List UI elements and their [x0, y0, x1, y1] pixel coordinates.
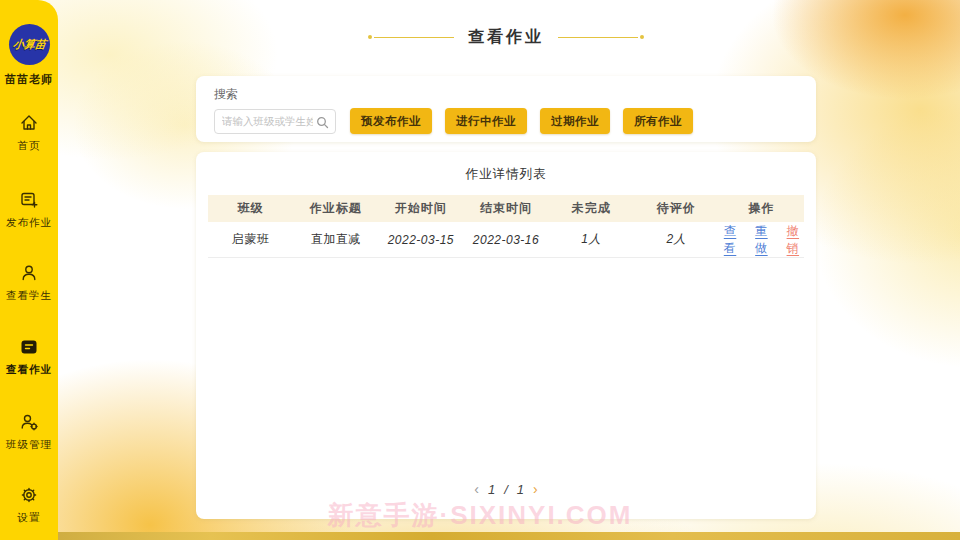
publish-homework-icon [0, 190, 58, 212]
column-header-end-time: 结束时间 [463, 200, 548, 217]
table-row: 启蒙班 直加直减 2022-03-15 2022-03-16 1人 2人 查看 … [208, 222, 804, 258]
pagination-current-page: 1 [488, 482, 495, 497]
bottom-decoration-strip [0, 532, 960, 540]
search-label: 搜索 [214, 86, 798, 103]
sidebar-item-publish-homework[interactable]: 发布作业 [0, 190, 58, 230]
page-header: 查看作业 [196, 22, 816, 52]
cell-start-time: 2022-03-15 [378, 233, 463, 247]
sidebar-item-label: 发布作业 [0, 216, 58, 230]
pagination: ‹ 1 / 1 › [196, 481, 816, 497]
sidebar-item-class-management[interactable]: 班级管理 [0, 412, 58, 452]
filter-inprogress-button[interactable]: 进行中作业 [445, 108, 527, 134]
pagination-prev-icon[interactable]: ‹ [474, 481, 479, 497]
sidebar: 小算苗 苗苗老师 首页 发布作业 查看学生 [0, 0, 58, 540]
revoke-action-link[interactable]: 撤销 [782, 223, 804, 257]
pagination-next-icon[interactable]: › [533, 481, 538, 497]
view-homework-icon [0, 337, 58, 359]
column-header-start-time: 开始时间 [378, 200, 463, 217]
pagination-total-pages: 1 [517, 482, 524, 497]
filter-prepublished-button[interactable]: 预发布作业 [350, 108, 432, 134]
homework-table-card: 作业详情列表 班级 作业标题 开始时间 结束时间 未完成 待评价 操作 启蒙班 … [196, 152, 816, 519]
cell-actions: 查看 重做 撤销 [719, 223, 804, 257]
sidebar-item-label: 设置 [0, 511, 58, 525]
table-title: 作业详情列表 [208, 166, 804, 183]
app-logo-text: 小算苗 [12, 37, 47, 52]
cell-incomplete: 1人 [549, 231, 634, 248]
column-header-title: 作业标题 [293, 200, 378, 217]
filter-expired-button[interactable]: 过期作业 [540, 108, 610, 134]
user-name: 苗苗老师 [0, 72, 58, 87]
search-box [214, 109, 336, 134]
sidebar-item-label: 班级管理 [0, 438, 58, 452]
cell-pending-review: 2人 [634, 231, 719, 248]
cell-end-time: 2022-03-16 [463, 233, 548, 247]
cell-homework-title: 直加直减 [293, 231, 378, 248]
column-header-pending-review: 待评价 [634, 200, 719, 217]
sidebar-item-home[interactable]: 首页 [0, 113, 58, 153]
search-input[interactable] [222, 115, 313, 127]
sidebar-item-label: 查看学生 [0, 289, 58, 303]
app-logo: 小算苗 [9, 24, 50, 65]
filter-all-button[interactable]: 所有作业 [623, 108, 693, 134]
cell-class-name: 启蒙班 [208, 231, 293, 248]
view-students-icon [0, 263, 58, 285]
column-header-actions: 操作 [719, 200, 804, 217]
title-decoration-right [558, 37, 638, 38]
class-management-icon [0, 412, 58, 434]
sidebar-item-label: 查看作业 [0, 363, 58, 377]
home-icon [0, 113, 58, 135]
sidebar-item-view-homework[interactable]: 查看作业 [0, 337, 58, 377]
column-header-class: 班级 [208, 200, 293, 217]
table-header-row: 班级 作业标题 开始时间 结束时间 未完成 待评价 操作 [208, 195, 804, 222]
search-card: 搜索 预发布作业 进行中作业 过期作业 所有作业 [196, 76, 816, 142]
view-action-link[interactable]: 查看 [719, 223, 741, 257]
pagination-separator: / [504, 482, 508, 497]
redo-action-link[interactable]: 重做 [750, 223, 772, 257]
search-icon[interactable] [316, 115, 329, 133]
settings-icon [0, 485, 58, 507]
sidebar-item-label: 首页 [0, 139, 58, 153]
sidebar-item-settings[interactable]: 设置 [0, 485, 58, 525]
sidebar-item-view-students[interactable]: 查看学生 [0, 263, 58, 303]
title-decoration-left [374, 37, 454, 38]
page-title: 查看作业 [468, 27, 544, 48]
column-header-incomplete: 未完成 [549, 200, 634, 217]
